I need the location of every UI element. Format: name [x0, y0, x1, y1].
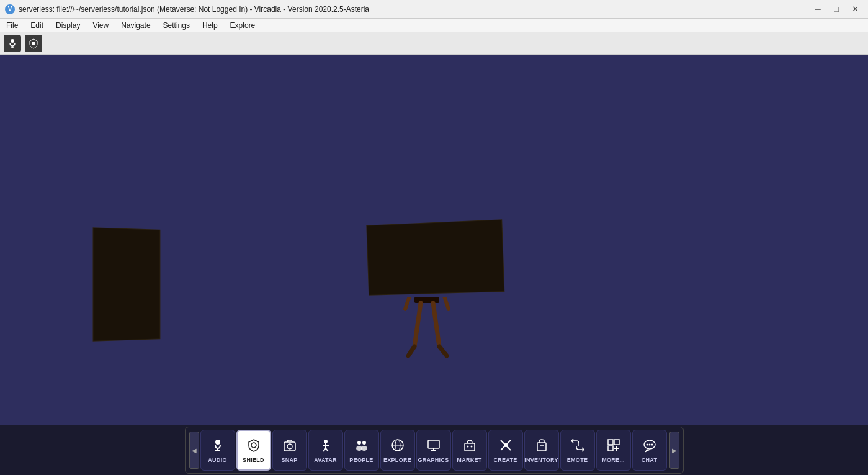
- graphics-label: GRAPHICS: [418, 457, 449, 463]
- explore-label: EXPLORE: [383, 457, 411, 463]
- maximize-button[interactable]: □: [828, 3, 844, 16]
- create-label: CREATE: [493, 457, 517, 463]
- svg-rect-29: [428, 440, 439, 448]
- svg-rect-40: [608, 440, 613, 445]
- 3d-viewport[interactable]: [0, 55, 868, 425]
- avatar-icon: [318, 438, 333, 455]
- menu-item-help[interactable]: Help: [196, 20, 224, 31]
- menu-item-file[interactable]: File: [0, 20, 24, 31]
- svg-point-34: [470, 445, 472, 447]
- shield-icon: [246, 438, 261, 455]
- svg-line-5: [414, 303, 421, 346]
- people-icon: [354, 438, 369, 455]
- audio-label: AUDIO: [208, 457, 227, 463]
- toolbar-item-inventory[interactable]: INVENTORY: [524, 430, 559, 471]
- menu-item-navigate[interactable]: Navigate: [115, 20, 156, 31]
- window-controls[interactable]: ─ □ ✕: [810, 3, 863, 16]
- toolbar-audio-icon[interactable]: [4, 35, 21, 52]
- svg-line-6: [433, 303, 439, 346]
- svg-rect-15: [284, 442, 295, 451]
- toolbar-item-shield[interactable]: SHIELD: [236, 430, 271, 471]
- svg-point-11: [215, 440, 220, 445]
- menu-item-explore[interactable]: Explore: [224, 20, 262, 31]
- svg-point-16: [287, 444, 292, 449]
- svg-point-25: [361, 446, 367, 451]
- toolbar-item-audio[interactable]: AUDIO: [200, 430, 235, 471]
- chat-icon: [642, 438, 657, 455]
- avatar-label: AVATAR: [314, 457, 337, 463]
- more-icon: [606, 438, 621, 455]
- title-bar: V serverless: file:///~/serverless/tutor…: [0, 0, 868, 19]
- svg-point-47: [648, 443, 650, 445]
- toolbar-item-graphics[interactable]: GRAPHICS: [416, 430, 451, 471]
- avatar-character: [402, 297, 452, 425]
- audio-icon: [210, 438, 225, 455]
- svg-point-23: [362, 441, 366, 445]
- market-icon: [462, 438, 477, 455]
- menu-item-edit[interactable]: Edit: [24, 20, 50, 31]
- svg-line-21: [326, 448, 328, 451]
- menu-item-view[interactable]: View: [86, 20, 115, 31]
- explore-icon: [390, 438, 405, 455]
- svg-point-33: [467, 445, 468, 447]
- title-bar-left: V serverless: file:///~/serverless/tutor…: [5, 4, 369, 14]
- svg-rect-32: [465, 443, 475, 451]
- svg-point-3: [32, 42, 35, 45]
- toolbar-item-emote[interactable]: EMOTE: [560, 430, 595, 471]
- scroll-right-button[interactable]: ▶: [669, 432, 679, 469]
- svg-point-14: [251, 443, 256, 448]
- toolbar-item-avatar[interactable]: AVATAR: [308, 430, 343, 471]
- toolbar-item-create[interactable]: CREATE: [488, 430, 523, 471]
- menu-item-settings[interactable]: Settings: [157, 20, 196, 31]
- graphics-icon: [426, 438, 441, 455]
- toolbar-item-chat[interactable]: CHAT: [632, 430, 667, 471]
- window-title: serverless: file:///~/serverless/tutoria…: [19, 5, 369, 14]
- bottom-toolbar: ◀ AUDIOSHIELDSNAPAVATARPEOPLEEXPLOREGRAP…: [0, 425, 868, 475]
- inventory-icon: [534, 438, 549, 455]
- svg-line-7: [408, 346, 414, 356]
- toolbar-item-more[interactable]: MORE...: [596, 430, 631, 471]
- create-icon: [498, 438, 513, 455]
- snap-icon: [282, 438, 297, 455]
- svg-rect-4: [414, 297, 439, 303]
- svg-point-37: [504, 443, 508, 447]
- menu-bar: FileEditDisplayViewNavigateSettingsHelpE…: [0, 19, 868, 32]
- inventory-label: INVENTORY: [524, 457, 558, 463]
- toolbar-shield-icon[interactable]: [25, 35, 42, 52]
- snap-label: SNAP: [281, 457, 297, 463]
- chat-label: CHAT: [642, 457, 658, 463]
- toolbar-item-market[interactable]: MARKET: [452, 430, 487, 471]
- minimize-button[interactable]: ─: [810, 3, 826, 16]
- scroll-left-button[interactable]: ◀: [189, 432, 199, 469]
- svg-rect-38: [537, 443, 546, 451]
- emote-icon: [570, 438, 585, 455]
- panel-left: [92, 227, 160, 342]
- menu-item-display[interactable]: Display: [50, 20, 86, 31]
- app-logo: V: [5, 4, 15, 14]
- svg-line-8: [439, 346, 447, 356]
- people-label: PEOPLE: [349, 457, 373, 463]
- svg-rect-41: [614, 440, 619, 445]
- toolbar-inner: ◀ AUDIOSHIELDSNAPAVATARPEOPLEEXPLOREGRAP…: [185, 427, 684, 474]
- panel-right: [366, 219, 504, 296]
- shield-label: SHIELD: [243, 457, 264, 463]
- svg-rect-42: [608, 446, 613, 451]
- svg-point-22: [357, 441, 361, 445]
- market-label: MARKET: [457, 457, 481, 463]
- svg-point-0: [11, 39, 14, 43]
- emote-label: EMOTE: [567, 457, 588, 463]
- svg-line-10: [438, 297, 449, 309]
- close-button[interactable]: ✕: [847, 3, 863, 16]
- svg-point-17: [324, 440, 328, 443]
- svg-point-48: [651, 443, 653, 445]
- more-label: MORE...: [602, 457, 625, 463]
- top-toolbar: [0, 32, 868, 55]
- svg-point-46: [646, 443, 648, 445]
- toolbar-item-snap[interactable]: SNAP: [272, 430, 307, 471]
- svg-line-9: [405, 297, 416, 309]
- toolbar-item-explore[interactable]: EXPLORE: [380, 430, 415, 471]
- toolbar-item-people[interactable]: PEOPLE: [344, 430, 379, 471]
